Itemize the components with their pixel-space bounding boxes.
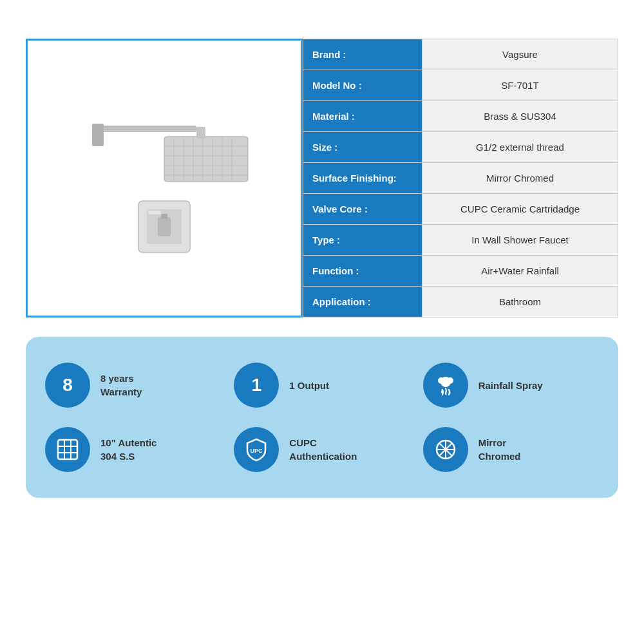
spec-row: Valve Core : CUPC Ceramic Cartridadge <box>303 194 618 225</box>
spec-value: Air+Water Rainfall <box>422 256 618 287</box>
spec-value: Brass & SUS304 <box>422 101 618 132</box>
top-section: Brand : Vagsure Model No : SF-701T Mater… <box>26 39 618 317</box>
svg-text:UPC: UPC <box>251 448 263 454</box>
spec-row: Application : Bathroom <box>303 287 618 317</box>
spec-label: Surface Finishing: <box>303 163 422 194</box>
spec-value: G1/2 external thread <box>422 132 618 163</box>
feature-icon-chrome <box>423 427 468 472</box>
spec-label: Application : <box>303 287 422 317</box>
spec-row: Type : In Wall Shower Faucet <box>303 225 618 256</box>
spec-value: Bathroom <box>422 287 618 317</box>
spec-label: Model No : <box>303 70 422 101</box>
page-wrapper: Brand : Vagsure Model No : SF-701T Mater… <box>0 0 644 644</box>
feature-item-ss: 10" Autentic304 S.S <box>45 427 221 472</box>
spec-row: Function : Air+Water Rainfall <box>303 256 618 287</box>
product-image-box <box>26 39 303 317</box>
spec-row: Brand : Vagsure <box>303 39 618 70</box>
svg-rect-24 <box>58 440 77 459</box>
specs-table: Brand : Vagsure Model No : SF-701T Mater… <box>303 39 618 317</box>
feature-icon-ss <box>45 427 90 472</box>
svg-rect-0 <box>93 126 196 132</box>
feature-text-warranty: 8 yearsWarranty <box>100 372 142 399</box>
feature-text-chrome: MirrorChromed <box>478 436 521 463</box>
spec-row: Material : Brass & SUS304 <box>303 101 618 132</box>
features-section: 8 8 yearsWarranty 1 1 Output <box>26 337 618 498</box>
feature-icon-rainfall <box>423 363 468 408</box>
spec-value: Mirror Chromed <box>422 163 618 194</box>
spec-label: Size : <box>303 132 422 163</box>
spec-label: Brand : <box>303 39 422 70</box>
shower-head-image <box>74 101 254 185</box>
feature-icon-cupc: UPC <box>234 427 279 472</box>
feature-text-ss: 10" Autentic304 S.S <box>100 436 156 463</box>
svg-rect-1 <box>92 124 104 146</box>
feature-icon-warranty: 8 <box>45 363 90 408</box>
feature-item-rainfall: Rainfall Spray <box>423 363 599 408</box>
svg-rect-19 <box>148 211 161 214</box>
spec-label: Material : <box>303 101 422 132</box>
feature-item-cupc: UPC CUPCAuthentication <box>234 427 410 472</box>
spec-row: Surface Finishing: Mirror Chromed <box>303 163 618 194</box>
feature-text-rainfall: Rainfall Spray <box>478 379 543 392</box>
spec-value: SF-701T <box>422 70 618 101</box>
svg-rect-17 <box>158 217 171 236</box>
spec-label: Type : <box>303 225 422 256</box>
spec-row: Size : G1/2 external thread <box>303 132 618 163</box>
svg-rect-18 <box>161 214 167 219</box>
feature-item-warranty: 8 8 yearsWarranty <box>45 363 221 408</box>
spec-value: Vagsure <box>422 39 618 70</box>
spec-label: Function : <box>303 256 422 287</box>
feature-item-output: 1 1 Output <box>234 363 410 408</box>
spec-label: Valve Core : <box>303 194 422 225</box>
spec-value: CUPC Ceramic Cartridadge <box>422 194 618 225</box>
product-image-inner <box>61 88 267 269</box>
feature-item-chrome: MirrorChromed <box>423 427 599 472</box>
feature-text-output: 1 Output <box>289 379 329 392</box>
feature-text-cupc: CUPCAuthentication <box>289 436 357 463</box>
feature-icon-output: 1 <box>234 363 279 408</box>
svg-rect-14 <box>196 127 205 138</box>
shower-valve-image <box>135 198 193 256</box>
spec-row: Model No : SF-701T <box>303 70 618 101</box>
svg-rect-2 <box>164 137 248 182</box>
spec-value: In Wall Shower Faucet <box>422 225 618 256</box>
